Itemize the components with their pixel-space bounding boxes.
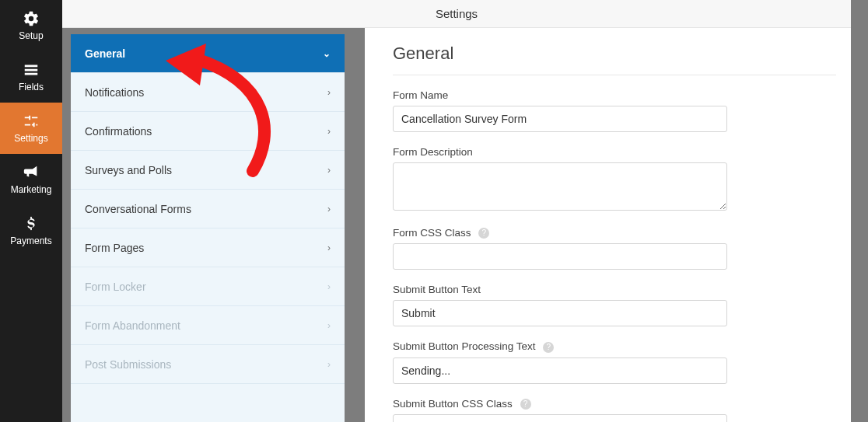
chevron-right-icon: › (327, 320, 331, 331)
settings-item-form-locker[interactable]: Form Locker › (71, 267, 345, 306)
settings-item-conversational-forms[interactable]: Conversational Forms › (71, 190, 345, 228)
bullhorn-icon (23, 164, 40, 181)
settings-item-surveys-and-polls[interactable]: Surveys and Polls › (71, 151, 345, 190)
help-icon[interactable]: ? (520, 399, 531, 410)
label-text: Submit Button CSS Class (393, 398, 513, 410)
field-submit-button-css-class: Submit Button CSS Class ? (393, 398, 851, 422)
chevron-right-icon: › (327, 281, 331, 292)
chevron-down-icon: ⌄ (323, 48, 331, 59)
form-css-class-input[interactable] (393, 243, 727, 270)
nav-fields[interactable]: Fields (0, 51, 62, 103)
chevron-right-icon: › (327, 87, 331, 98)
gear-icon (23, 10, 40, 27)
form-description-label: Form Description (393, 146, 851, 158)
form-name-label: Form Name (393, 89, 851, 101)
field-form-css-class: Form CSS Class ? (393, 227, 851, 270)
nav-settings[interactable]: Settings (0, 103, 62, 154)
nav-setup[interactable]: Setup (0, 0, 62, 51)
settings-item-label: Form Abandonment (85, 319, 180, 332)
chevron-right-icon: › (327, 359, 331, 370)
settings-item-label: Confirmations (85, 125, 152, 138)
section-heading: General (393, 44, 851, 64)
settings-item-label: Notifications (85, 86, 144, 99)
submit-button-text-input[interactable] (393, 300, 727, 326)
divider (393, 75, 836, 75)
settings-item-notifications[interactable]: Notifications › (71, 73, 345, 112)
settings-item-form-abandonment[interactable]: Form Abandonment › (71, 306, 345, 345)
form-description-textarea[interactable] (393, 162, 727, 211)
chevron-right-icon: › (327, 204, 331, 214)
settings-item-form-pages[interactable]: Form Pages › (71, 228, 345, 267)
settings-item-confirmations[interactable]: Confirmations › (71, 112, 345, 151)
nav-label: Payments (10, 235, 51, 246)
form-name-input[interactable] (393, 106, 727, 132)
list-icon (23, 61, 40, 78)
label-text: Submit Button Processing Text (393, 340, 536, 352)
page-title-bar: Settings (62, 0, 851, 28)
nav-payments[interactable]: Payments (0, 205, 62, 256)
nav-label: Settings (14, 133, 47, 144)
sliders-icon (23, 113, 40, 130)
submit-button-css-class-input[interactable] (393, 414, 727, 422)
settings-item-post-submissions[interactable]: Post Submissions › (71, 345, 345, 384)
nav-marketing[interactable]: Marketing (0, 154, 62, 205)
page-title: Settings (436, 7, 478, 20)
nav-label: Setup (19, 30, 43, 41)
help-icon[interactable]: ? (543, 342, 554, 353)
nav-label: Fields (19, 82, 44, 92)
label-text: Form CSS Class (393, 227, 471, 239)
help-icon[interactable]: ? (478, 228, 489, 239)
submit-button-css-class-label: Submit Button CSS Class ? (393, 398, 851, 410)
submit-button-processing-label: Submit Button Processing Text ? (393, 340, 851, 352)
nav-label: Marketing (11, 184, 52, 195)
settings-general-panel: General Form Name Form Description Form … (365, 28, 851, 422)
settings-item-label: Form Pages (85, 242, 144, 254)
chevron-right-icon: › (327, 242, 331, 253)
form-css-class-label: Form CSS Class ? (393, 227, 851, 239)
submit-button-text-label: Submit Button Text (393, 284, 851, 295)
settings-item-label: Form Locker (85, 281, 146, 293)
settings-item-label: Conversational Forms (85, 203, 191, 215)
settings-item-label: Post Submissions (85, 358, 171, 371)
settings-item-label: Surveys and Polls (85, 164, 172, 176)
field-submit-button-text: Submit Button Text (393, 284, 851, 326)
builder-left-nav: Setup Fields Settings Marketing Payments (0, 0, 62, 422)
chevron-right-icon: › (327, 126, 331, 137)
settings-item-label: General (85, 47, 125, 60)
chevron-right-icon: › (327, 165, 331, 176)
submit-button-processing-input[interactable] (393, 357, 727, 384)
field-form-name: Form Name (393, 89, 851, 132)
dollar-icon (23, 215, 40, 232)
field-submit-button-processing-text: Submit Button Processing Text ? (393, 340, 851, 383)
settings-subpanel: General ⌄ Notifications › Confirmations … (71, 34, 345, 422)
settings-item-general[interactable]: General ⌄ (71, 34, 345, 73)
field-form-description: Form Description (393, 146, 851, 213)
